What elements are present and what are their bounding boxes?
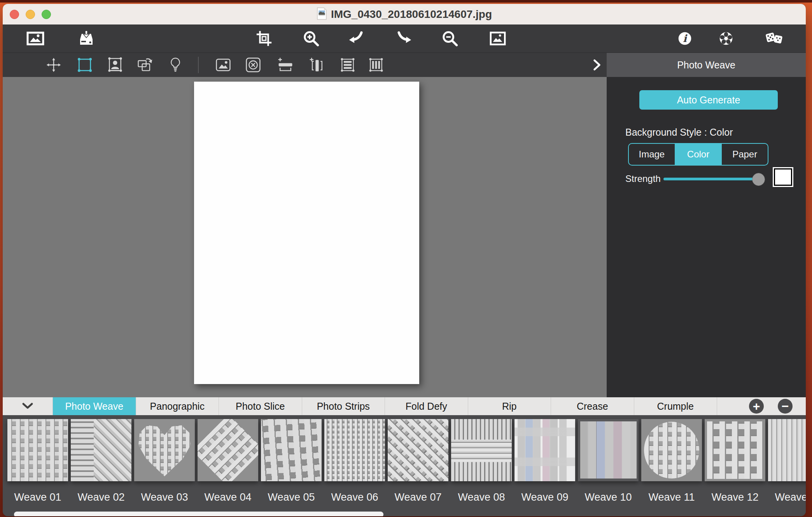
vertical-weave-layout-icon[interactable] xyxy=(366,55,386,75)
zoom-in-icon[interactable] xyxy=(301,28,321,49)
remove-strip-icon[interactable] xyxy=(243,55,263,75)
save-export-icon[interactable] xyxy=(76,28,96,49)
strength-slider-track[interactable] xyxy=(663,178,760,180)
rotate-transform-icon[interactable] xyxy=(135,55,155,75)
preset-weave-02[interactable]: Weave 02 xyxy=(71,419,131,503)
randomize-dice-icon[interactable] xyxy=(764,28,784,49)
tab-photo-weave[interactable]: Photo Weave xyxy=(53,397,136,415)
move-tool-icon[interactable] xyxy=(44,55,64,75)
hint-bulb-icon[interactable] xyxy=(165,55,186,75)
chevron-down-icon xyxy=(22,402,33,410)
app-window: IMG_0430_20180610214607.jpg i xyxy=(3,4,806,516)
effects-tabbar: Photo Weave Panographic Photo Slice Phot… xyxy=(3,397,806,415)
segment-color[interactable]: Color xyxy=(676,144,722,165)
tab-photo-slice[interactable]: Photo Slice xyxy=(219,397,302,415)
tab-photo-strips[interactable]: Photo Strips xyxy=(302,397,385,415)
svg-text:★: ★ xyxy=(724,35,729,42)
preset-weave-04[interactable]: Weave 04 xyxy=(198,419,258,503)
remove-preset-button[interactable]: − xyxy=(778,399,793,414)
weave-thumbnail xyxy=(644,422,699,479)
weave-thumbnail xyxy=(451,419,512,481)
weave-thumbnail xyxy=(707,421,763,479)
horizontal-scrollbar[interactable] xyxy=(14,512,383,516)
weave-thumbnail xyxy=(514,419,575,481)
preset-weave-03[interactable]: Weave 03 xyxy=(134,419,195,503)
add-horizontal-strip-icon[interactable] xyxy=(275,55,296,75)
tab-crumple[interactable]: Crumple xyxy=(634,397,718,415)
document-icon xyxy=(317,7,327,22)
minimize-button[interactable] xyxy=(26,10,35,19)
zoom-out-icon[interactable] xyxy=(440,28,460,49)
preset-strip: Weave 01 Weave 02 Weave 03 Weave 04 Weav… xyxy=(3,415,806,516)
preview-image-icon[interactable] xyxy=(488,28,508,49)
toolbar-divider xyxy=(198,57,199,73)
add-vertical-strip-icon[interactable] xyxy=(307,55,327,75)
window-title: IMG_0430_20180610214607.jpg xyxy=(331,8,492,21)
tab-fold-defy[interactable]: Fold Defy xyxy=(385,397,468,415)
preset-weave-13[interactable]: Weave 13 xyxy=(768,419,806,503)
desktop-background: IMG_0430_20180610214607.jpg i xyxy=(0,0,812,517)
weave-thumbnail xyxy=(578,419,639,481)
tool-row: Photo Weave xyxy=(3,53,806,77)
strength-slider-knob[interactable] xyxy=(752,173,765,186)
background-color-swatch[interactable] xyxy=(774,168,792,186)
tab-rip[interactable]: Rip xyxy=(468,397,551,415)
tab-actions: + − xyxy=(717,397,806,415)
add-preset-button[interactable]: + xyxy=(749,399,764,414)
auto-generate-button[interactable]: Auto Generate xyxy=(639,90,778,110)
tray-collapse-button[interactable] xyxy=(3,397,53,415)
undo-icon[interactable] xyxy=(346,28,366,49)
select-rectangle-icon[interactable] xyxy=(75,55,95,75)
info-icon[interactable]: i xyxy=(675,28,695,49)
preset-weave-01[interactable]: Weave 01 xyxy=(7,419,68,503)
weave-thumbnail xyxy=(198,419,258,481)
panel-title: Photo Weave xyxy=(607,53,806,77)
weave-thumbnail xyxy=(71,419,131,481)
preset-weave-08[interactable]: Weave 08 xyxy=(451,419,512,503)
background-style-segmented-control: Image Color Paper xyxy=(628,143,768,166)
main-toolbar: i ★ xyxy=(3,24,806,53)
preset-weave-10[interactable]: Weave 10 xyxy=(578,419,639,503)
weave-thumbnail xyxy=(7,419,68,481)
crop-icon[interactable] xyxy=(254,28,274,49)
zoom-button[interactable] xyxy=(42,10,51,19)
traffic-lights xyxy=(10,4,51,24)
effects-flower-icon[interactable]: ★ xyxy=(716,28,736,49)
settings-panel: Auto Generate Background Style : Color I… xyxy=(607,77,806,397)
preset-weave-09[interactable]: Weave 09 xyxy=(514,419,575,503)
weave-thumbnail xyxy=(768,419,806,481)
preset-row: Weave 01 Weave 02 Weave 03 Weave 04 Weav… xyxy=(7,419,806,503)
open-image-icon[interactable] xyxy=(25,28,46,49)
weave-thumbnail xyxy=(261,419,322,481)
segment-image[interactable]: Image xyxy=(629,144,676,165)
preset-weave-05[interactable]: Weave 05 xyxy=(261,419,322,503)
close-button[interactable] xyxy=(10,10,19,19)
strength-label: Strength xyxy=(625,173,661,184)
tab-panographic[interactable]: Panographic xyxy=(136,397,219,415)
tab-crease[interactable]: Crease xyxy=(551,397,634,415)
preset-weave-06[interactable]: Weave 06 xyxy=(324,419,385,503)
weave-thumbnail xyxy=(134,419,195,481)
background-style-label: Background Style : Color xyxy=(625,127,733,138)
add-image-icon[interactable] xyxy=(213,55,233,75)
portrait-select-icon[interactable] xyxy=(105,55,125,75)
weave-thumbnail xyxy=(388,419,448,481)
panel-collapse-chevron-icon[interactable] xyxy=(587,55,607,75)
canvas-page[interactable] xyxy=(194,82,419,384)
preset-weave-07[interactable]: Weave 07 xyxy=(388,419,448,503)
preset-weave-11[interactable]: Weave 11 xyxy=(641,419,702,503)
redo-icon[interactable] xyxy=(394,28,414,49)
horizontal-weave-layout-icon[interactable] xyxy=(338,55,358,75)
canvas-area: Auto Generate Background Style : Color I… xyxy=(3,77,806,397)
weave-thumbnail xyxy=(324,419,385,481)
preset-weave-12[interactable]: Weave 12 xyxy=(705,419,765,503)
titlebar: IMG_0430_20180610214607.jpg xyxy=(3,4,806,25)
segment-paper[interactable]: Paper xyxy=(722,144,768,165)
